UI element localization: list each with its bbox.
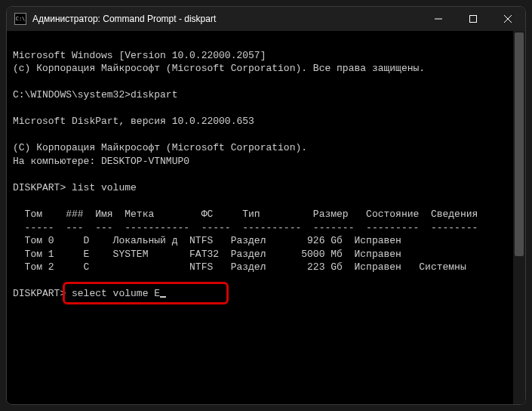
prompt-line: DISKPART> list volume	[13, 182, 137, 193]
command-prompt-window: C:\ Администратор: Command Prompt - disk…	[6, 6, 526, 405]
app-icon: C:\	[14, 13, 26, 25]
table-row: Том 2 C NTFS Раздел 223 Gб Исправен Сист…	[13, 261, 466, 273]
terminal-output[interactable]: Microsoft Windows [Version 10.0.22000.20…	[7, 31, 525, 404]
output-line: (c) Корпорация Майкрософт (Microsoft Cor…	[13, 63, 425, 74]
window-title: Администратор: Command Prompt - diskpart	[32, 14, 421, 24]
scrollbar-thumb[interactable]	[515, 32, 524, 256]
typed-command: select volume E	[72, 288, 160, 299]
prompt-line: DISKPART> select volume E	[13, 288, 166, 299]
titlebar[interactable]: C:\ Администратор: Command Prompt - disk…	[7, 7, 525, 31]
text-cursor	[160, 296, 166, 298]
prompt-line: C:\WINDOWS\system32>diskpart	[13, 89, 177, 100]
table-header: Том ### Имя Метка ФС Тип Размер Состояни…	[13, 209, 478, 220]
maximize-icon	[469, 15, 477, 23]
maximize-button[interactable]	[456, 7, 490, 31]
output-line: Microsoft DiskPart, версия 10.0.22000.65…	[13, 116, 254, 127]
table-divider: ----- --- --- ----------- ----- --------…	[13, 222, 478, 233]
svg-rect-1	[470, 16, 477, 23]
scrollbar[interactable]	[513, 31, 525, 404]
close-button[interactable]	[490, 7, 525, 31]
output-line: (C) Корпорация Майкрософт (Microsoft Cor…	[13, 142, 307, 153]
table-row: Том 1 E SYSTEM FAT32 Раздел 5000 Mб Испр…	[13, 249, 401, 260]
minimize-button[interactable]	[421, 7, 456, 31]
close-icon	[504, 15, 512, 23]
prompt-prefix: DISKPART>	[13, 288, 72, 299]
window-controls	[421, 7, 525, 31]
table-row: Том 0 D Локальный д NTFS Раздел 926 Gб И…	[13, 235, 401, 246]
minimize-icon	[435, 15, 442, 23]
output-line: На компьютере: DESKTOP-VTNMUP0	[13, 156, 189, 167]
output-line: Microsoft Windows [Version 10.0.22000.20…	[13, 50, 266, 61]
